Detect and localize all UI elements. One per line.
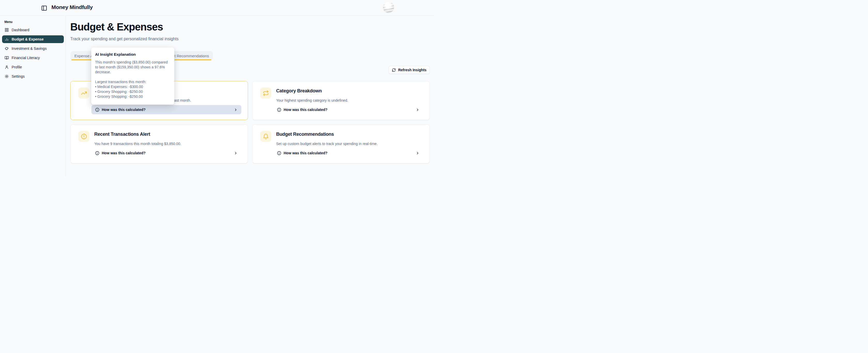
sidebar-item-investment-savings[interactable]: Investment & Savings [2,45,64,52]
refresh-icon [392,68,396,72]
chevron-right-icon [234,108,238,112]
bell-icon [263,133,269,140]
how-calculated-row[interactable]: How was this calculated? [91,105,241,114]
refresh-insights-label: Refresh Insights [398,68,427,72]
card-title: Recent Transactions Alert [94,132,150,137]
popover-line [95,75,170,79]
sidebar-item-dashboard[interactable]: Dashboard [2,26,64,34]
info-icon [95,108,99,112]
popover-line: decrease. [95,70,170,75]
sidebar-item-label: Profile [11,65,22,69]
sidebar-nav: Dashboard Budget & Expense Investment & … [2,26,64,82]
popover-line: • Medical Expenses: -$300.00 [95,84,170,89]
info-icon [95,151,99,155]
sidebar-item-profile[interactable]: Profile [2,63,64,71]
info-icon [277,151,281,155]
card-icon-badge [260,131,271,142]
sidebar-item-label: Financial Literacy [11,56,40,60]
card-recent-transactions-alert: Recent Transactions Alert You have 9 tra… [70,125,248,163]
refresh-insights-button[interactable]: Refresh Insights [389,66,430,74]
popover-line: • Grocery Shopping: -$250.00 [95,94,170,99]
card-title: Category Breakdown [276,88,322,94]
card-budget-recommendations: Budget Recommendations Set up custom bud… [252,125,430,163]
gear-icon [5,74,9,78]
popover-line: to last month ($159,350.00) shows a 97.6… [95,65,170,70]
sidebar-item-label: Investment & Savings [11,46,46,50]
repeat-icon [263,90,269,96]
sidebar-item-settings[interactable]: Settings [2,72,64,80]
card-icon-badge [260,87,271,99]
how-calculated-label: How was this calculated? [284,151,328,155]
chevron-right-icon [416,108,420,112]
info-icon [277,108,281,112]
popover-line: This month's spending ($3,850.00) compar… [95,60,170,65]
popover-line: • Grocery Shopping: -$250.00 [95,89,170,94]
panel-left-icon [41,5,47,11]
how-calculated-row[interactable]: How was this calculated? [273,105,423,114]
bar-chart-icon [5,37,9,41]
app-header: Money Mindfully [0,0,434,16]
avatar[interactable] [383,2,394,13]
ai-insight-popover-body: This month's spending ($3,850.00) compar… [95,60,170,99]
how-calculated-row[interactable]: How was this calculated? [273,148,423,158]
sidebar-item-label: Settings [11,74,25,78]
chevron-right-icon [234,151,238,155]
how-calculated-row[interactable]: How was this calculated? [91,148,241,158]
sidebar-section-label: Menu [4,20,12,24]
card-category-breakdown: Category Breakdown Your highest spending… [252,81,430,120]
piggy-bank-icon [5,46,9,50]
how-calculated-label: How was this calculated? [102,108,146,112]
ai-insight-popover-title: AI Insight Explanation [95,52,170,57]
app-title: Money Mindfully [52,4,93,10]
user-icon [5,65,9,69]
card-description: You have 9 transactions this month total… [94,142,181,146]
how-calculated-label: How was this calculated? [102,151,146,155]
page-subtitle: Track your spending and get personalized… [70,37,179,41]
page-title: Budget & Expenses [70,21,163,33]
sidebar-item-label: Budget & Expense [11,37,44,41]
sidebar-item-financial-literacy[interactable]: Financial Literacy [2,54,64,62]
book-open-icon [5,56,9,60]
card-title: Budget Recommendations [276,132,334,137]
popover-line: Largest transactions this month: [95,79,170,84]
sidebar-toggle-button[interactable] [41,5,47,11]
sidebar-item-label: Dashboard [11,28,29,32]
dashboard-icon [5,28,9,32]
how-calculated-label: How was this calculated? [284,108,328,112]
alert-circle-icon [81,133,87,140]
sidebar-item-budget-expense[interactable]: Budget & Expense [2,35,64,43]
ai-insight-popover: AI Insight Explanation This month's spen… [91,47,175,105]
sidebar: Menu Dashboard Budget & Expense [0,16,66,176]
card-description: Set up custom budget alerts to track you… [276,142,378,146]
card-icon-badge [78,87,89,99]
trending-up-icon [81,90,87,96]
chevron-right-icon [416,151,420,155]
card-description: Your highest spending category is undefi… [276,98,348,102]
card-icon-badge [78,131,89,142]
